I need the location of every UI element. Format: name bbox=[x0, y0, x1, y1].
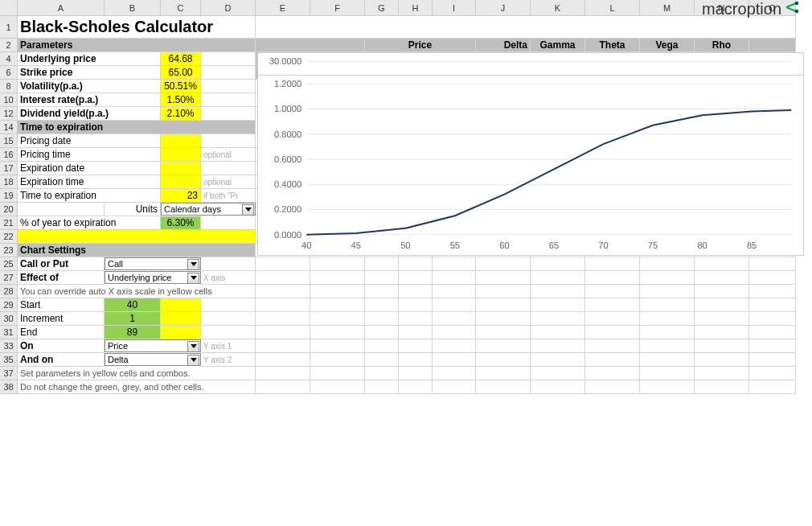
pct-year-label[interactable]: % of year to expiration bbox=[18, 216, 161, 230]
row-header-30[interactable]: 30 bbox=[0, 312, 18, 326]
on-combo[interactable]: Price bbox=[105, 339, 201, 352]
start-value[interactable]: 40 bbox=[105, 298, 161, 312]
svg-text:65: 65 bbox=[549, 240, 559, 250]
col-header-I[interactable]: I bbox=[433, 0, 476, 16]
col-header-F[interactable]: F bbox=[310, 0, 365, 16]
start-override-input[interactable] bbox=[161, 298, 201, 312]
expiration_date-input[interactable] bbox=[161, 162, 201, 175]
time-to-exp-header[interactable]: Time to expiration bbox=[18, 121, 256, 134]
time_to_expiration-label[interactable]: Time to expiration bbox=[18, 189, 161, 203]
chevron-down-icon bbox=[191, 276, 197, 280]
units-label[interactable]: Units bbox=[105, 203, 161, 216]
end-value[interactable]: 89 bbox=[105, 326, 161, 339]
volatility-input[interactable]: 50.51% bbox=[161, 80, 201, 93]
override-note: You can override auto X axis scale in ye… bbox=[18, 285, 256, 298]
col-header-K[interactable]: K bbox=[531, 0, 585, 16]
effect-of-label[interactable]: Effect of bbox=[18, 271, 105, 285]
underlying-price-label[interactable]: Underlying price bbox=[18, 52, 161, 66]
svg-text:30.0000: 30.0000 bbox=[269, 56, 301, 66]
pricing_time-label[interactable]: Pricing time bbox=[18, 148, 161, 162]
row-header-38[interactable]: 38 bbox=[0, 380, 18, 394]
row-header-10[interactable]: 10 bbox=[0, 93, 18, 107]
time_to_expiration-input[interactable]: 23 bbox=[161, 189, 201, 203]
row-header-20[interactable]: 20 bbox=[0, 203, 18, 216]
col-header-J[interactable]: J bbox=[476, 0, 531, 16]
col-header-M[interactable]: M bbox=[640, 0, 695, 16]
call-or-put-combo[interactable]: Call bbox=[105, 257, 201, 270]
col-header-H[interactable]: H bbox=[399, 0, 433, 16]
row-header-14[interactable]: 14 bbox=[0, 121, 18, 134]
strike-price-label[interactable]: Strike price bbox=[18, 66, 161, 80]
effect-of-combo[interactable]: Underlying price bbox=[105, 271, 201, 284]
increment-label[interactable]: Increment bbox=[18, 312, 105, 326]
col-header-D[interactable]: D bbox=[201, 0, 256, 16]
brand-logo: macroption bbox=[702, 0, 802, 18]
on-label[interactable]: On bbox=[18, 339, 105, 353]
pricing_date-label[interactable]: Pricing date bbox=[18, 134, 161, 148]
brand-icon bbox=[785, 0, 802, 18]
row-header-2[interactable]: 2 bbox=[0, 39, 18, 52]
row-header-1[interactable]: 1 bbox=[0, 16, 18, 39]
row-header-25[interactable]: 25 bbox=[0, 257, 18, 271]
svg-point-1 bbox=[795, 10, 798, 13]
dividend_yield-input[interactable]: 2.10% bbox=[161, 107, 201, 121]
chevron-down-icon bbox=[191, 262, 197, 266]
units-combo[interactable]: Calendar days bbox=[161, 203, 256, 216]
svg-text:0.2000: 0.2000 bbox=[274, 204, 301, 214]
col-header-B[interactable]: B bbox=[105, 0, 161, 16]
interest-rate-label[interactable]: Interest rate (p.a.) bbox=[18, 93, 161, 107]
expiration_time-input[interactable] bbox=[161, 175, 201, 189]
chart-settings-header[interactable]: Chart Settings bbox=[18, 244, 256, 257]
expiration_date-label[interactable]: Expiration date bbox=[18, 162, 161, 175]
row-header-15[interactable]: 15 bbox=[0, 134, 18, 148]
parameters-header[interactable]: Parameters bbox=[18, 39, 256, 52]
volatility-label[interactable]: Volatility (p.a.) bbox=[18, 80, 161, 93]
row-header-6[interactable]: 6 bbox=[0, 66, 18, 80]
title-right[interactable] bbox=[256, 16, 796, 39]
row-header-27[interactable]: 27 bbox=[0, 271, 18, 285]
strike-price-input[interactable]: 65.00 bbox=[161, 66, 201, 80]
expiration_time-label[interactable]: Expiration time bbox=[18, 175, 161, 189]
end-label[interactable]: End bbox=[18, 326, 105, 339]
pricing_time-input[interactable] bbox=[161, 148, 201, 162]
row-header-35[interactable]: 35 bbox=[0, 353, 18, 367]
row-header-28[interactable]: 28 bbox=[0, 285, 18, 298]
row-header-17[interactable]: 17 bbox=[0, 162, 18, 175]
pct-year-value[interactable]: 6.30% bbox=[161, 216, 201, 230]
col-header-C[interactable]: C bbox=[161, 0, 201, 16]
col-header-L[interactable]: L bbox=[585, 0, 640, 16]
row-header-21[interactable]: 21 bbox=[0, 216, 18, 230]
corner-cell[interactable] bbox=[0, 0, 18, 16]
call-or-put-label[interactable]: Call or Put bbox=[18, 257, 105, 271]
and-on-combo[interactable]: Delta bbox=[105, 353, 201, 366]
row-header-37[interactable]: 37 bbox=[0, 367, 18, 380]
row-header-29[interactable]: 29 bbox=[0, 298, 18, 312]
row-header-8[interactable]: 8 bbox=[0, 80, 18, 93]
col-header-A[interactable]: A bbox=[18, 0, 105, 16]
price-header[interactable]: Price bbox=[365, 39, 476, 52]
chevron-down-icon bbox=[245, 208, 252, 212]
row-header-16[interactable]: 16 bbox=[0, 148, 18, 162]
row-header-23[interactable]: 23 bbox=[0, 244, 18, 257]
increment-value[interactable]: 1 bbox=[105, 312, 161, 326]
row-header-22[interactable]: 22 bbox=[0, 230, 18, 244]
start-label[interactable]: Start bbox=[18, 298, 105, 312]
increment-override-input[interactable] bbox=[161, 312, 201, 326]
col-header-E[interactable]: E bbox=[256, 0, 310, 16]
delta-header[interactable]: Delta bbox=[476, 39, 531, 52]
interest_rate-input[interactable]: 1.50% bbox=[161, 93, 201, 107]
col-header-G[interactable]: G bbox=[365, 0, 399, 16]
row-header-19[interactable]: 19 bbox=[0, 189, 18, 203]
lower-chart[interactable]: 0.00000.20000.40000.60000.80001.00001.20… bbox=[257, 75, 804, 256]
dividend-yield-label[interactable]: Dividend yield (p.a.) bbox=[18, 107, 161, 121]
row-header-31[interactable]: 31 bbox=[0, 326, 18, 339]
row-header-33[interactable]: 33 bbox=[0, 339, 18, 353]
and-on-label[interactable]: And on bbox=[18, 353, 105, 367]
row-header-12[interactable]: 12 bbox=[0, 107, 18, 121]
underlying-price-input[interactable]: 64.68 bbox=[161, 52, 201, 66]
row-header-18[interactable]: 18 bbox=[0, 175, 18, 189]
end-override-input[interactable] bbox=[161, 326, 201, 339]
row-header-4[interactable]: 4 bbox=[0, 52, 18, 66]
pricing_date-input[interactable] bbox=[161, 134, 201, 148]
chevron-down-icon bbox=[191, 344, 197, 348]
